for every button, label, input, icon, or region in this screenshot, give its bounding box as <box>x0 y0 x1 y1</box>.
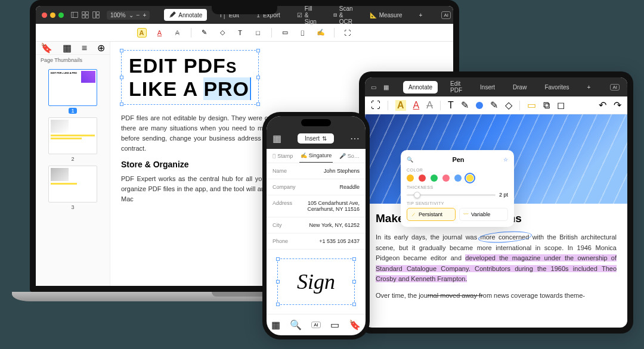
stamp-tool[interactable]: ⌷ <box>298 28 308 38</box>
highlight-tool[interactable]: A <box>137 28 147 38</box>
tab-stamp[interactable]: ⌷Stamp <box>267 149 299 163</box>
crop-tool-icon[interactable]: ⛶ <box>371 100 380 111</box>
search-icon[interactable]: 🔍 <box>407 157 413 163</box>
reader-icon[interactable]: ▭ <box>330 319 339 331</box>
zoom-in[interactable]: + <box>143 12 146 18</box>
tab-fillsign[interactable]: ☑ Fill & Sign <box>292 3 321 27</box>
grid-icon[interactable] <box>82 11 89 18</box>
grid-icon[interactable]: ▦ <box>383 84 389 91</box>
ai-icon[interactable]: AI <box>610 84 620 91</box>
strike-tool[interactable]: A <box>173 28 182 38</box>
tip-persistent[interactable]: ⟋Persistant <box>407 208 456 221</box>
eraser-tool[interactable]: ◇ <box>218 28 227 38</box>
redo-icon[interactable]: ↷ <box>614 99 621 111</box>
shapes-icon[interactable]: ◻ <box>557 99 565 111</box>
crop-tool[interactable]: ⛶ <box>343 28 352 38</box>
row-name[interactable]: NameJohn Stephens <box>267 163 366 179</box>
layout-icon[interactable] <box>92 11 100 18</box>
dynamic-island <box>301 119 331 126</box>
window-controls[interactable] <box>42 13 64 18</box>
ipad-tab-insert[interactable]: Insert <box>475 81 500 94</box>
tab-sound[interactable]: 🎤So… <box>333 149 366 163</box>
color-selected[interactable] <box>466 174 473 182</box>
color-red[interactable] <box>419 174 426 182</box>
ai-icon[interactable]: AI <box>441 11 451 19</box>
close-dot[interactable] <box>42 13 47 18</box>
maximize-dot[interactable] <box>58 13 64 18</box>
ai-icon[interactable]: AI <box>311 322 321 328</box>
tip-variable[interactable]: 〰Variable <box>459 208 508 221</box>
ipad-tab-draw[interactable]: Draw <box>507 81 532 94</box>
search-icon[interactable]: 🔍 <box>627 84 627 91</box>
tab-scanocr[interactable]: ⧈ Scan & OCR <box>329 3 358 27</box>
color-lblue[interactable] <box>454 174 462 182</box>
ul-red[interactable]: A <box>413 100 420 111</box>
row-city[interactable]: CityNew York, NY, 61252 <box>267 217 366 233</box>
star-icon[interactable]: ☆ <box>503 157 508 163</box>
more-icon[interactable]: ⋯ <box>350 133 360 144</box>
annotate-toolbar: A A A ✎ ◇ T □ ▭ ⌷ ✍ ⛶ <box>36 24 453 42</box>
row-address[interactable]: Address105 Cendarhurst Ave,Cerarhurst, N… <box>267 195 366 217</box>
back-icon[interactable]: ▦ <box>273 133 281 144</box>
thickness-slider[interactable] <box>407 194 496 196</box>
thumbs-icon[interactable]: ▦ <box>271 319 280 331</box>
signature-area[interactable]: Sign <box>267 250 366 314</box>
note-tool[interactable]: ▭ <box>280 28 290 38</box>
color-yellow[interactable] <box>407 174 414 182</box>
pen-tool[interactable]: ✎ <box>200 28 209 38</box>
svg-rect-4 <box>82 15 85 18</box>
shape-tool[interactable]: □ <box>253 28 263 38</box>
zoom-out[interactable]: − <box>137 12 140 18</box>
pen-icon[interactable]: ✎ <box>490 99 498 111</box>
zoom-control[interactable]: 100% ⌄ − + <box>107 11 150 20</box>
hl-yellow[interactable]: A <box>395 100 406 111</box>
sidebar-toggle-icon[interactable]: ▭ <box>371 84 376 91</box>
tab-measure[interactable]: 📐 Measure <box>365 10 407 21</box>
thumb-3[interactable]: 3 <box>48 166 97 210</box>
bookmark-icon[interactable]: 🔖 <box>349 319 361 331</box>
outline-icon[interactable]: ≡ <box>82 43 87 54</box>
photo-icon[interactable]: ⧉ <box>543 100 550 111</box>
svg-rect-5 <box>86 15 89 18</box>
marker-icon[interactable]: ✎ <box>461 99 469 111</box>
tab-signature[interactable]: ✍Singature <box>299 149 333 163</box>
signature-box[interactable]: Sign <box>277 258 355 305</box>
strike-tool[interactable]: A <box>426 100 433 111</box>
add-icon[interactable]: ⊕ <box>97 42 105 54</box>
row-company[interactable]: CompanyReaddle <box>267 179 366 195</box>
ipad-tab-annotate[interactable]: Annotate <box>403 81 438 94</box>
pen-popover[interactable]: 🔍 Pen ☆ COLOR THICKNESS 2 pt <box>401 150 514 227</box>
text-tool[interactable]: T <box>236 28 245 38</box>
tab-annotate[interactable]: Annotate <box>164 9 207 21</box>
color-blue[interactable] <box>476 102 483 109</box>
ipad-subtoolbar: ⛶ A A A T ✎ ✎ ◇ ▭ ⧉ ◻ ↶ ↷ <box>365 96 627 114</box>
text-tool[interactable]: T <box>448 100 454 111</box>
thumb-1[interactable]: EDIT PDFs LIKE A PRO 1 <box>48 69 97 114</box>
underline-tool[interactable]: A <box>155 28 165 38</box>
color-coral[interactable] <box>442 174 450 182</box>
search-icon[interactable]: 🔍 <box>290 319 302 331</box>
bookmark-icon[interactable]: 🔖 <box>41 42 52 54</box>
sidebar-icon[interactable] <box>71 11 78 18</box>
sig-tool[interactable]: ✍ <box>316 28 326 38</box>
ipad-device: ▭ ▦ Annotate Edit PDF Insert Draw Favori… <box>359 71 633 334</box>
zoom-value: 100% <box>110 12 126 18</box>
color-green[interactable] <box>431 174 438 182</box>
thumb-2[interactable]: 2 <box>48 117 97 162</box>
view-icons[interactable] <box>71 11 100 18</box>
eraser-icon[interactable]: ◇ <box>505 99 512 111</box>
headline-selection[interactable]: EDIT PDFS LIKE A PRO <box>121 50 259 105</box>
row-phone[interactable]: Phone+1 535 105 2437 <box>267 233 366 250</box>
share-icon[interactable]: ⇧ <box>458 12 459 18</box>
insert-button[interactable]: Insert⇅ <box>298 133 334 144</box>
ipad-tab-fav[interactable]: Favorites <box>539 81 574 94</box>
sidebar-title: Page Thumbnails <box>36 55 110 66</box>
tab-add[interactable]: + <box>414 10 428 21</box>
minimize-dot[interactable] <box>50 13 55 18</box>
thumbs-icon[interactable]: ▦ <box>63 42 72 54</box>
note-icon[interactable]: ▭ <box>527 99 536 111</box>
ipad-tab-add[interactable]: + <box>582 81 596 94</box>
undo-icon[interactable]: ↶ <box>599 99 606 111</box>
tip-label: TIP SENSITIVITY <box>407 201 508 205</box>
ipad-tab-edit[interactable]: Edit PDF <box>445 77 467 96</box>
